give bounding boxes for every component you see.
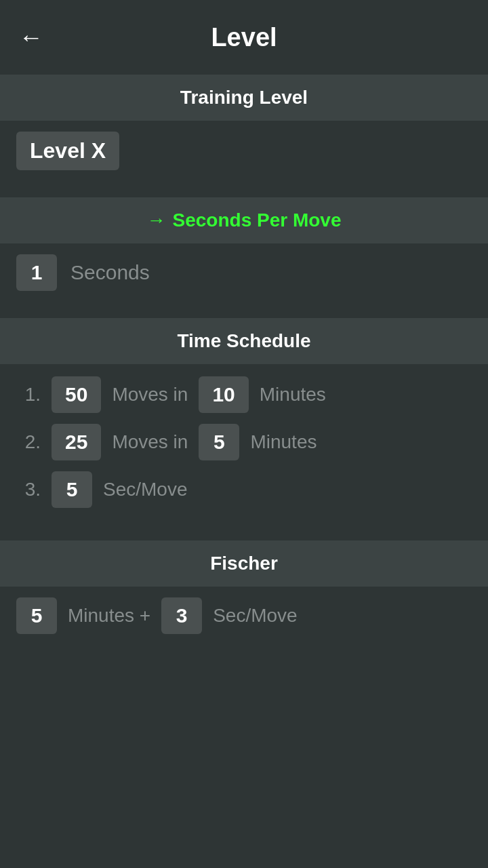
row-1-moves-label: Moves in (112, 384, 188, 406)
seconds-unit-label: Seconds (70, 261, 150, 284)
schedule-row-2: 2. 25 Moves in 5 Minutes (16, 418, 472, 466)
row-2-moves-value[interactable]: 25 (52, 424, 101, 460)
training-level-header: Training Level (0, 75, 488, 121)
schedule-row-3: 3. 5 Sec/Move (16, 466, 472, 513)
row-3-moves-value[interactable]: 5 (52, 471, 92, 508)
row-1-time-value[interactable]: 10 (199, 376, 248, 413)
row-3-moves-label: Sec/Move (103, 479, 188, 500)
row-3-number: 3. (16, 479, 41, 500)
seconds-per-move-label: Seconds Per Move (173, 210, 342, 231)
row-1-number: 1. (16, 384, 41, 406)
training-level-content: Level X (0, 121, 488, 184)
row-2-moves-label: Moves in (112, 431, 188, 453)
level-value-box[interactable]: Level X (16, 132, 119, 170)
fischer-header: Fischer (0, 540, 488, 587)
time-schedule-header: Time Schedule (0, 318, 488, 364)
row-2-time-label: Minutes (250, 431, 317, 453)
fischer-minutes-value[interactable]: 5 (16, 597, 57, 634)
row-2-number: 2. (16, 431, 41, 453)
seconds-per-move-header[interactable]: →Seconds Per Move (0, 197, 488, 243)
row-1-moves-value[interactable]: 50 (52, 376, 101, 413)
fischer-sec-value[interactable]: 3 (161, 597, 202, 634)
row-1-time-label: Minutes (260, 384, 326, 406)
time-schedule-content: 1. 50 Moves in 10 Minutes 2. 25 Moves in… (0, 364, 488, 527)
fischer-content: 5 Minutes + 3 Sec/Move (0, 587, 488, 648)
header: ← Level (0, 0, 488, 75)
page-title: Level (211, 23, 277, 52)
seconds-per-move-content: 1 Seconds (0, 243, 488, 304)
seconds-value-box[interactable]: 1 (16, 254, 57, 291)
fischer-minutes-label: Minutes + (68, 605, 150, 627)
back-button[interactable]: ← (14, 18, 49, 57)
arrow-icon: → (147, 210, 166, 231)
fischer-sec-label: Sec/Move (213, 605, 298, 627)
schedule-row-1: 1. 50 Moves in 10 Minutes (16, 371, 472, 418)
row-2-time-value[interactable]: 5 (199, 424, 239, 460)
